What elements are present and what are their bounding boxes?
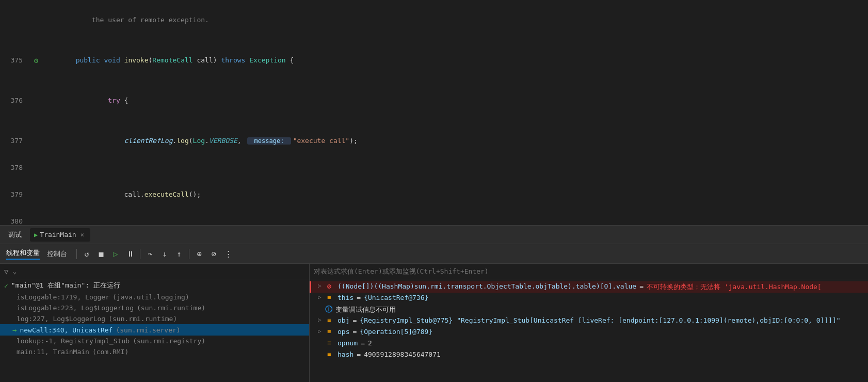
ref-icon: ≡ bbox=[327, 339, 335, 346]
var-value: 2 bbox=[368, 339, 864, 347]
thread-check-icon: ✓ bbox=[4, 282, 8, 290]
line-content: try { bbox=[41, 81, 868, 121]
var-eq: = bbox=[361, 339, 365, 347]
var-expand-icon[interactable]: ▷ bbox=[318, 328, 325, 335]
thread-package: (sun.rmi.server) bbox=[116, 326, 180, 334]
var-value: 变量调试信息不可用 bbox=[335, 305, 864, 314]
thread-frame-label: log:227, Log$LoggerLog bbox=[17, 315, 105, 323]
tab-trainmain[interactable]: ▶ TrainMain × bbox=[30, 228, 90, 242]
thread-item-isloggable2[interactable]: isLoggable:223, Log$LoggerLog (sun.rmi.r… bbox=[0, 303, 309, 313]
variables-panel: ▷ ⊘ ((Node[])((HashMap)sun.rmi.transport… bbox=[310, 264, 868, 382]
thread-item-isloggable1[interactable]: isLoggable:1719, Logger (java.util.loggi… bbox=[0, 292, 309, 303]
thread-name: "main"@1 在组"main": 正在运行 bbox=[11, 281, 120, 290]
var-eq: = bbox=[357, 351, 361, 358]
var-item-obj: ▷ ≡ obj = {RegistryImpl_Stub@775} "Regis… bbox=[310, 315, 868, 327]
thread-package: (sun.rmi.registry) bbox=[133, 337, 205, 345]
tab-label: TrainMain bbox=[40, 231, 76, 238]
var-item-opnum: ≡ opnum = 2 bbox=[310, 338, 868, 349]
expression-input[interactable] bbox=[314, 267, 864, 275]
line-content: the user of remote exception. bbox=[41, 0, 868, 40]
var-eq: = bbox=[352, 316, 357, 324]
stop-icon: ■ bbox=[99, 249, 103, 259]
thread-frame-label: lookup:-1, RegistryImpl_Stub bbox=[17, 337, 130, 345]
ref-icon: ≡ bbox=[327, 316, 335, 324]
stepout-icon: ↑ bbox=[176, 249, 181, 259]
breakpoints-icon: ⊕ bbox=[197, 249, 201, 259]
code-line-378: 378 bbox=[0, 161, 868, 174]
debug-marker-icon: ⚙ bbox=[34, 54, 38, 67]
var-value: 4905912898345647071 bbox=[364, 351, 864, 358]
var-eq: = bbox=[639, 282, 644, 290]
thread-package: (java.util.logging) bbox=[112, 293, 189, 301]
toolbar-breakpoints-button[interactable]: ⊕ bbox=[192, 247, 206, 261]
thread-frame-label: newCall:340, UnicastRef bbox=[20, 326, 112, 334]
var-value: {RegistryImpl_Stub@775} "RegistryImpl_St… bbox=[360, 316, 864, 324]
thread-item-lookup[interactable]: lookup:-1, RegistryImpl_Stub (sun.rmi.re… bbox=[0, 336, 309, 346]
toolbar-pause-button[interactable]: ⏸ bbox=[123, 247, 137, 261]
info-icon: ⓘ bbox=[325, 305, 333, 314]
error-icon: ⊘ bbox=[327, 282, 335, 290]
ref-icon: ≡ bbox=[327, 294, 335, 301]
variables-list: ▷ ⊘ ((Node[])((HashMap)sun.rmi.transport… bbox=[310, 279, 868, 382]
debug-label: 调试 bbox=[4, 228, 26, 242]
var-name: this bbox=[337, 294, 353, 301]
var-item-hash: ≡ hash = 4905912898345647071 bbox=[310, 349, 868, 361]
code-line-376: 376 try { bbox=[0, 81, 868, 121]
var-name: ops bbox=[337, 328, 349, 336]
var-value: {Operation[5]@789} bbox=[360, 328, 864, 336]
var-expand-icon[interactable]: ▷ bbox=[318, 294, 325, 300]
toolbar-stepover-button[interactable]: ↷ bbox=[143, 247, 157, 261]
threads-panel: ▽ ⌄ ✓ "main"@1 在组"main": 正在运行 isLoggable… bbox=[0, 264, 310, 382]
toolbar-tab-console[interactable]: 控制台 bbox=[47, 249, 67, 259]
toolbar-separator bbox=[76, 249, 77, 259]
thread-package: (sun.rmi.runtime) bbox=[108, 315, 177, 323]
resume-icon: ▷ bbox=[113, 249, 118, 259]
thread-item-newcall[interactable]: → newCall:340, UnicastRef (sun.rmi.serve… bbox=[0, 324, 309, 336]
threads-list: ✓ "main"@1 在组"main": 正在运行 isLoggable:171… bbox=[0, 279, 309, 382]
thread-item-main11[interactable]: main:11, TrainMain (com.RMI) bbox=[0, 346, 309, 357]
vars-search-bar bbox=[310, 264, 868, 279]
debug-title: 调试 bbox=[8, 230, 22, 240]
var-item-ops: ▷ ≡ ops = {Operation[5]@789} bbox=[310, 327, 868, 338]
thread-frame-label: isLoggable:223, Log$LoggerLog bbox=[17, 304, 134, 312]
toolbar-more-button[interactable]: ⋮ bbox=[221, 247, 235, 261]
more-icon: ⋮ bbox=[224, 249, 232, 259]
thread-frame-label: isLoggable:1719, Logger bbox=[17, 293, 109, 301]
line-content: clientRefLog.log(Log.VERBOSE, message: "… bbox=[41, 121, 868, 161]
expand-icon[interactable]: ⌄ bbox=[12, 267, 17, 275]
debug-panel: ▽ ⌄ ✓ "main"@1 在组"main": 正在运行 isLoggable… bbox=[0, 263, 868, 382]
toolbar-resume-button[interactable]: ▷ bbox=[109, 247, 122, 261]
toolbar-stepinto-button[interactable]: ↓ bbox=[158, 247, 171, 261]
ref-icon: ≡ bbox=[327, 351, 335, 358]
var-item-error: ▷ ⊘ ((Node[])((HashMap)sun.rmi.transport… bbox=[310, 281, 868, 293]
filter-icon[interactable]: ▽ bbox=[4, 267, 8, 276]
thread-item-main[interactable]: ✓ "main"@1 在组"main": 正在运行 bbox=[0, 279, 309, 292]
toolbar-tab-threads[interactable]: 线程和变量 bbox=[6, 248, 40, 260]
toolbar-stepout-button[interactable]: ↑ bbox=[172, 247, 186, 261]
line-content: call.executeCall(); bbox=[41, 174, 868, 215]
debug-toolbar: 线程和变量 控制台 ↺ ■ ▷ ⏸ ↷ ↓ ↑ ⊕ ⊘ ⋮ bbox=[0, 244, 868, 263]
arrow-right-icon: → bbox=[12, 326, 17, 334]
toolbar-mute-button[interactable]: ⊘ bbox=[207, 247, 220, 261]
thread-frame-label: main:11, TrainMain bbox=[17, 348, 89, 356]
refresh-icon: ↺ bbox=[84, 249, 89, 259]
debug-tabs: 调试 ▶ TrainMain × bbox=[0, 225, 868, 244]
code-editor: the user of remote exception. 375 ⚙ publ… bbox=[0, 0, 868, 225]
var-name: opnum bbox=[337, 339, 358, 347]
tab-run-icon: ▶ bbox=[34, 231, 38, 238]
toolbar-refresh-button[interactable]: ↺ bbox=[80, 247, 93, 261]
stepover-icon: ↷ bbox=[148, 249, 152, 259]
tab-close-button[interactable]: × bbox=[78, 230, 86, 240]
stepinto-icon: ↓ bbox=[162, 249, 167, 259]
var-value: {UnicastRef@736} bbox=[364, 294, 864, 301]
pause-icon: ⏸ bbox=[126, 249, 134, 259]
code-line: the user of remote exception. bbox=[0, 0, 868, 40]
var-item-this: ▷ ≡ this = {UnicastRef@736} bbox=[310, 293, 868, 304]
var-expand-icon[interactable]: ▷ bbox=[318, 282, 325, 289]
var-name: ((Node[])((HashMap)sun.rmi.transport.Obj… bbox=[337, 282, 636, 290]
code-line-377: 377 clientRefLog.log(Log.VERBOSE, messag… bbox=[0, 121, 868, 161]
var-expand-icon[interactable]: ▷ bbox=[318, 316, 325, 323]
mute-icon: ⊘ bbox=[211, 249, 216, 259]
thread-item-log227[interactable]: log:227, Log$LoggerLog (sun.rmi.runtime) bbox=[0, 313, 309, 324]
toolbar-stop-button[interactable]: ■ bbox=[94, 247, 108, 261]
